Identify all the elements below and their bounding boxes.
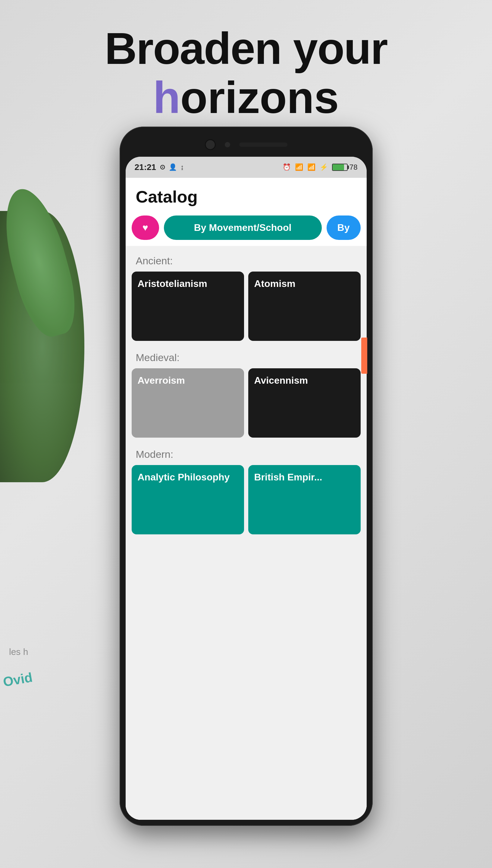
heading-h-letter: h: [153, 73, 180, 122]
app-header: Catalog: [126, 178, 367, 213]
plant-decoration: [0, 211, 84, 482]
heading-orizons: orizons: [180, 73, 339, 122]
card-averroism[interactable]: Averroism: [132, 368, 244, 438]
card-aristotelianism[interactable]: Aristotelianism: [132, 271, 244, 341]
card-avicennism[interactable]: Avicennism: [248, 368, 361, 438]
card-analytic-philosophy[interactable]: Analytic Philosophy: [132, 465, 244, 534]
battery-fill: [333, 164, 344, 170]
heading-line2: horizons: [18, 73, 474, 122]
book-text-les: les h: [9, 647, 28, 657]
usb-icon: ↨: [180, 163, 184, 171]
battery-level: 78: [349, 163, 358, 171]
status-left: 21:21 ⊙ 👤 ↨: [135, 163, 184, 172]
status-time: 21:21: [135, 163, 156, 172]
ancient-cards-grid: Aristotelianism Atomism: [126, 271, 367, 346]
heart-icon: ♥: [143, 222, 148, 233]
section-ancient-label: Ancient:: [126, 249, 367, 271]
section-medieval-label: Medieval:: [126, 346, 367, 368]
tab-recent-button[interactable]: ♥: [132, 216, 159, 240]
card-aristotelianism-label: Aristotelianism: [138, 278, 207, 289]
wifi-icon: 📶: [295, 163, 303, 171]
card-british-empiricism-label: British Empir...: [254, 472, 322, 483]
section-modern-label: Modern:: [126, 442, 367, 465]
status-right: ⏰ 📶 📶 ⚡ 78: [282, 163, 358, 171]
card-atomism[interactable]: Atomism: [248, 271, 361, 341]
card-atomism-label: Atomism: [254, 278, 296, 289]
card-british-empiricism[interactable]: British Empir...: [248, 465, 361, 534]
alarm-icon: ⏰: [282, 163, 291, 171]
tab-period-button[interactable]: By: [327, 216, 361, 240]
medieval-cards-grid: Averroism Avicennism: [126, 368, 367, 442]
tab-movement-button[interactable]: By Movement/School: [164, 216, 322, 240]
front-camera: [205, 139, 216, 150]
app-title: Catalog: [136, 187, 356, 207]
heading-line1: Broaden your: [18, 24, 474, 73]
card-avicennism-label: Avicennism: [254, 375, 308, 386]
status-bar: 21:21 ⊙ 👤 ↨ ⏰ 📶 📶 ⚡ 78: [126, 157, 367, 178]
phone-speaker: [239, 143, 288, 147]
lightning-icon: ⚡: [320, 163, 328, 171]
phone-sensor: [225, 142, 230, 147]
list-area: Ancient: Aristotelianism Atomism Medieva…: [126, 246, 367, 820]
phone-top-bar: [126, 132, 367, 157]
orange-accent-bar: [361, 338, 367, 374]
tab-bar: ♥ By Movement/School By: [126, 213, 367, 246]
battery-indicator: 78: [332, 163, 358, 171]
person-icon: 👤: [169, 163, 177, 171]
phone-screen: 21:21 ⊙ 👤 ↨ ⏰ 📶 📶 ⚡ 78: [126, 157, 367, 820]
card-analytic-philosophy-label: Analytic Philosophy: [138, 472, 230, 483]
tab-period-label: By: [338, 222, 350, 233]
battery-icon: [332, 164, 348, 171]
app-content: Catalog ♥ By Movement/School By: [126, 178, 367, 820]
tab-movement-label: By Movement/School: [194, 222, 292, 233]
modern-cards-grid: Analytic Philosophy British Empir...: [126, 465, 367, 539]
phone-mockup: 21:21 ⊙ 👤 ↨ ⏰ 📶 📶 ⚡ 78: [120, 126, 373, 826]
heading-area: Broaden your horizons: [0, 12, 492, 122]
card-averroism-label: Averroism: [138, 375, 185, 386]
clock-icon: ⊙: [160, 163, 165, 171]
signal-icon: 📶: [307, 163, 316, 171]
phone-body: 21:21 ⊙ 👤 ↨ ⏰ 📶 📶 ⚡ 78: [120, 126, 373, 826]
